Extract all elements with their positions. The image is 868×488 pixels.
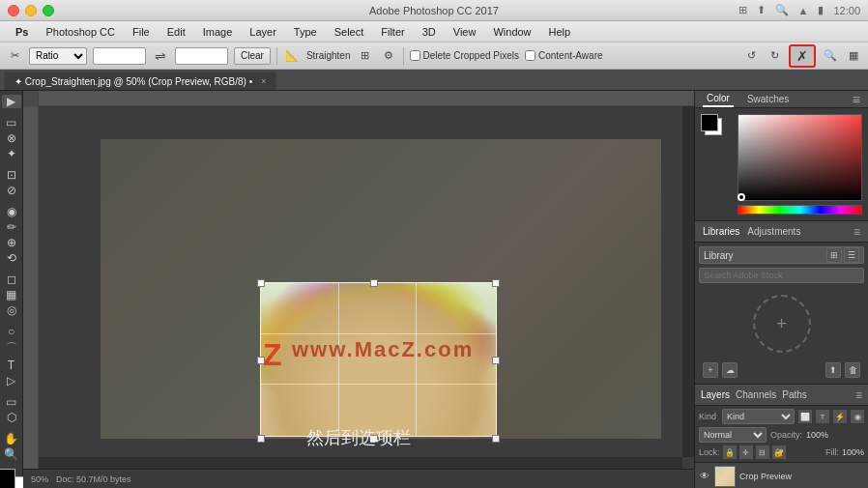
library-dropdown[interactable]: Library ⊞ ☰ [699, 246, 864, 264]
tool-hand[interactable]: ✋ [2, 432, 21, 445]
kind-icon-3[interactable]: ⚡ [833, 410, 847, 423]
tool-magic-wand[interactable]: ✦ [2, 147, 21, 160]
color-spectrum[interactable] [738, 205, 862, 215]
tool-eyedropper[interactable]: ⊘ [2, 184, 21, 197]
tool-crop[interactable]: ⊡ [2, 168, 21, 182]
crop-tool-icon[interactable]: ✂ [6, 47, 23, 65]
menu-layer[interactable]: Layer [242, 24, 284, 40]
crop-handle-tr[interactable] [492, 279, 500, 287]
menu-photoshop[interactable]: Photoshop CC [38, 24, 123, 40]
tool-spot-heal[interactable]: ◉ [2, 205, 21, 218]
kind-icon-4[interactable]: ◉ [851, 410, 864, 423]
horizontal-scrollbar[interactable] [39, 457, 682, 469]
tab-adjustments[interactable]: Adjustments [747, 226, 800, 237]
tool-3d[interactable]: ⬡ [2, 411, 21, 424]
tab-libraries[interactable]: Libraries [703, 226, 739, 237]
menu-select[interactable]: Select [327, 24, 372, 40]
panels-icon[interactable]: ▦ [845, 47, 862, 65]
tab-close[interactable]: × [261, 76, 266, 86]
straighten-button[interactable]: ✗ [789, 44, 816, 68]
lib-grid-icon[interactable]: ⊞ [826, 247, 842, 263]
height-input[interactable] [175, 47, 228, 65]
fg-swatch[interactable] [701, 114, 718, 131]
crop-handle-br[interactable] [492, 435, 500, 443]
crop-handle-bm[interactable] [370, 435, 378, 443]
color-picker[interactable] [695, 108, 868, 221]
layer-item-crop-preview[interactable]: 👁 Crop Preview [695, 463, 868, 488]
swap-icon[interactable]: ⇌ [152, 47, 169, 65]
blend-mode-select[interactable]: Normal [699, 427, 767, 443]
search-icon[interactable]: 🔍 [822, 47, 839, 65]
crop-handle-tm[interactable] [370, 279, 378, 287]
content-aware-checkbox[interactable] [525, 50, 535, 61]
delete-cropped-checkbox[interactable] [410, 50, 420, 61]
vertical-scrollbar[interactable] [682, 106, 694, 457]
width-input[interactable] [93, 47, 146, 65]
redo-icon[interactable]: ↻ [766, 47, 783, 65]
tool-move[interactable]: ▶ [2, 95, 21, 108]
menu-type[interactable]: Type [286, 24, 325, 40]
color-swatches[interactable] [701, 114, 730, 141]
lock-move-btn[interactable]: ✛ [739, 445, 753, 459]
tool-eraser[interactable]: ◻ [2, 273, 21, 286]
add-lib-button[interactable]: + [703, 362, 718, 378]
layer-visibility-icon[interactable]: 👁 [699, 471, 710, 482]
tool-shape[interactable]: ▭ [2, 395, 21, 409]
tool-pen[interactable]: ⌒ [2, 340, 21, 357]
layers-menu-icon[interactable]: ≡ [855, 388, 862, 402]
ratio-select[interactable]: Ratio [29, 47, 87, 65]
document-tab[interactable]: ✦ Crop_Straighten.jpg @ 50% (Crop Previe… [4, 72, 276, 90]
grid-icon[interactable]: ⊞ [357, 47, 374, 65]
tool-marquee[interactable]: ▭ [2, 116, 21, 129]
tool-blur[interactable]: ◎ [2, 303, 21, 317]
delete-lib-button[interactable]: 🗑 [845, 362, 860, 378]
lock-artboard-btn[interactable]: ⊟ [756, 445, 769, 459]
color-gradient[interactable] [738, 114, 862, 201]
libraries-menu-icon[interactable]: ≡ [854, 225, 860, 239]
menu-filter[interactable]: Filter [373, 24, 412, 40]
crop-preview[interactable] [260, 282, 497, 437]
menu-ps[interactable]: Ps [8, 24, 36, 40]
kind-icon-1[interactable]: ⬜ [798, 410, 812, 423]
maximize-button[interactable] [43, 5, 54, 16]
tool-dodge[interactable]: ○ [2, 325, 21, 338]
color-cursor[interactable] [738, 193, 745, 201]
kind-select[interactable]: Kind [722, 409, 795, 424]
tool-history-brush[interactable]: ⟲ [2, 251, 21, 265]
menu-3d[interactable]: 3D [415, 24, 444, 40]
lock-all-btn[interactable]: 🔐 [772, 445, 786, 459]
tab-channels[interactable]: Channels [736, 389, 776, 400]
menu-view[interactable]: View [446, 24, 484, 40]
libraries-search[interactable] [699, 268, 864, 283]
tool-brush[interactable]: ✏ [2, 220, 21, 234]
lib-list-icon[interactable]: ☰ [844, 247, 859, 263]
tool-clone[interactable]: ⊕ [2, 236, 21, 249]
tool-zoom[interactable]: 🔍 [2, 447, 21, 461]
tab-color[interactable]: Color [703, 91, 734, 107]
menu-file[interactable]: File [125, 24, 158, 40]
tab-paths[interactable]: Paths [782, 389, 807, 400]
foreground-color[interactable] [0, 469, 15, 488]
clear-button[interactable]: Clear [234, 47, 271, 65]
kind-icon-2[interactable]: T [816, 410, 829, 423]
menu-help[interactable]: Help [541, 24, 579, 40]
canvas-area[interactable]: Z www.MacZ.com 然后到选项栏 50% Doc: 50.7M/0 b… [23, 91, 694, 488]
tool-text[interactable]: T [2, 359, 21, 372]
straighten-icon[interactable]: 📐 [283, 47, 301, 65]
panel-menu-icon[interactable]: ≡ [853, 92, 860, 107]
crop-handle-ml[interactable] [257, 357, 265, 364]
undo-icon[interactable]: ↺ [742, 47, 760, 65]
cloud-lib-button[interactable]: ☁ [722, 362, 738, 378]
crop-handle-tl[interactable] [257, 279, 265, 287]
share-lib-button[interactable]: ⬆ [825, 362, 841, 378]
tool-gradient[interactable]: ▦ [2, 288, 21, 301]
tab-swatches[interactable]: Swatches [743, 92, 793, 106]
menu-image[interactable]: Image [195, 24, 241, 40]
menu-window[interactable]: Window [485, 24, 538, 40]
menu-edit[interactable]: Edit [159, 24, 193, 40]
close-button[interactable] [8, 5, 19, 16]
tool-lasso[interactable]: ⊗ [2, 131, 21, 145]
minimize-button[interactable] [25, 5, 37, 16]
crop-handle-bl[interactable] [257, 435, 265, 443]
tab-layers[interactable]: Layers [701, 389, 730, 400]
